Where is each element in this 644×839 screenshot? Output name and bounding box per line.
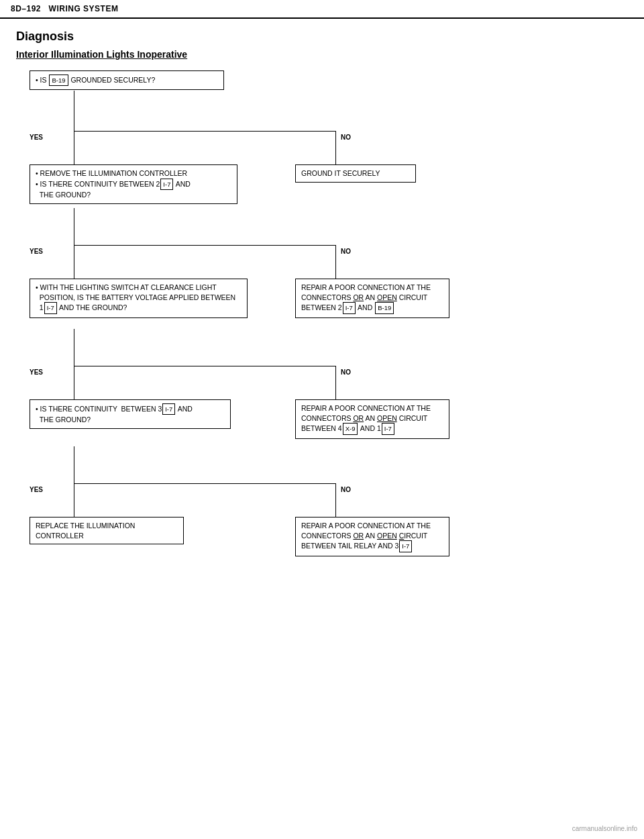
ref-b19-2: B-19: [375, 302, 394, 313]
line-start-v: [74, 91, 74, 131]
flowchart: • IS B-19 GROUNDED SECURELY? YES NO • RE…: [20, 70, 624, 621]
header-section: 8D–192: [11, 4, 41, 13]
page-content: Diagnosis Interior Illumination Lights I…: [0, 19, 644, 632]
no-label-3: NO: [341, 368, 351, 376]
header-spacer: [41, 4, 49, 13]
subsection-title: Interior Illumination Lights Inoperative: [16, 49, 628, 60]
no-label-1: NO: [341, 134, 351, 141]
no1-box: GROUND IT SECURELY: [295, 164, 416, 183]
ref-i7-3: I-7: [343, 302, 356, 313]
yes3-box: • IS THERE CONTINUITY BETWEEN 3I-7 AND T…: [30, 399, 231, 429]
yes-label-2: YES: [30, 248, 43, 255]
line-yes4-v: [74, 483, 74, 517]
watermark: carmanualsonline.info: [572, 825, 637, 832]
no-label-2: NO: [341, 248, 351, 255]
line-yes2-v2: [74, 329, 74, 366]
ref-b19-start: B-19: [49, 75, 68, 86]
yes1-box: • REMOVE THE ILLUMINATION CONTROLLER • I…: [30, 164, 237, 204]
section-title: Diagnosis: [16, 30, 628, 44]
yes-label-4: YES: [30, 486, 43, 493]
ref-i7-2: I-7: [44, 302, 57, 313]
yes-label-3: YES: [30, 368, 43, 376]
line-split4-h: [74, 483, 335, 484]
line-split2-h: [74, 245, 335, 246]
no4-box: REPAIR A POOR CONNECTION AT THE CONNECTO…: [295, 517, 449, 556]
line-yes1-v: [74, 131, 74, 164]
yes-label-1: YES: [30, 134, 43, 141]
line-split3-h: [74, 366, 335, 366]
no-label-4: NO: [341, 486, 351, 493]
ref-i7-5: I-7: [382, 423, 394, 434]
ref-x9: X-9: [343, 423, 358, 434]
line-no4-v: [335, 483, 336, 517]
no3-box: REPAIR A POOR CONNECTION AT THE CONNECTO…: [295, 399, 449, 439]
header-title: WIRING SYSTEM: [49, 4, 119, 13]
line-no2-v: [335, 245, 336, 279]
start-box: • IS B-19 GROUNDED SECURELY?: [30, 70, 224, 90]
line-no3-v: [335, 366, 336, 399]
ref-i7-6: I-7: [399, 540, 412, 552]
line-no1-v: [335, 131, 336, 164]
page-header: 8D–192 WIRING SYSTEM: [0, 0, 644, 19]
no2-box: REPAIR A POOR CONNECTION AT THE CONNECTO…: [295, 279, 449, 318]
line-yes2-v: [74, 245, 74, 279]
ref-i7-1: I-7: [160, 179, 173, 190]
line-yes3-v2: [74, 446, 74, 483]
yes2-box: • WITH THE LIGHTING SWITCH AT CLEARANCE …: [30, 279, 248, 318]
ref-i7-4: I-7: [162, 403, 175, 415]
yes4-box: REPLACE THE ILLUMINATION CONTROLLER: [30, 517, 184, 544]
line-yes1-v2: [74, 208, 74, 245]
line-split1-h: [74, 131, 335, 132]
line-yes3-v: [74, 366, 74, 399]
